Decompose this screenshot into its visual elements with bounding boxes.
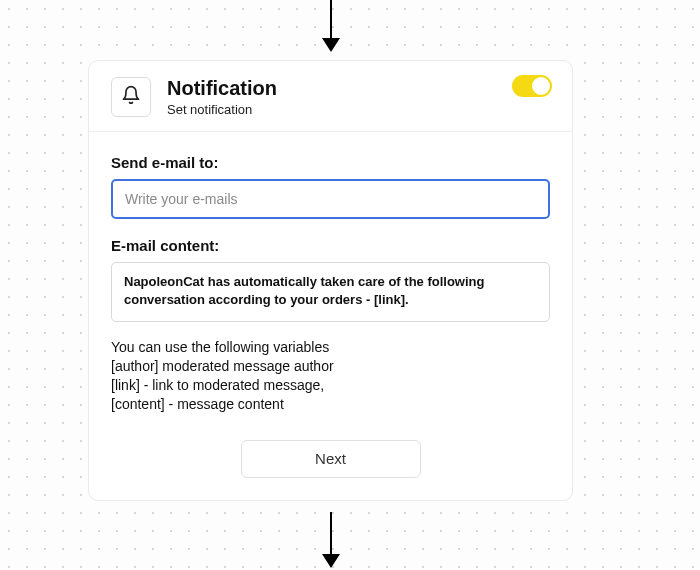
arrow-down-icon bbox=[322, 554, 340, 568]
bell-icon-box bbox=[111, 77, 151, 117]
card-subtitle: Set notification bbox=[167, 102, 277, 117]
hint-line: [author] moderated message author bbox=[111, 357, 550, 376]
hint-line: [link] - link to moderated message, bbox=[111, 376, 550, 395]
email-content-textarea[interactable] bbox=[111, 262, 550, 322]
card-title: Notification bbox=[167, 77, 277, 100]
card-header: Notification Set notification bbox=[89, 61, 572, 132]
variables-hint: You can use the following variables [aut… bbox=[111, 338, 550, 414]
notification-card: Notification Set notification Send e-mai… bbox=[88, 60, 573, 501]
email-label: Send e-mail to: bbox=[111, 154, 550, 171]
next-button[interactable]: Next bbox=[241, 440, 421, 478]
notification-toggle[interactable] bbox=[512, 75, 552, 97]
card-body: Send e-mail to: E-mail content: You can … bbox=[89, 132, 572, 500]
content-label: E-mail content: bbox=[111, 237, 550, 254]
arrow-down-icon bbox=[322, 38, 340, 52]
hint-line: [content] - message content bbox=[111, 395, 550, 414]
toggle-knob bbox=[532, 77, 550, 95]
bell-icon bbox=[121, 85, 141, 109]
hint-line: You can use the following variables bbox=[111, 338, 550, 357]
email-input[interactable] bbox=[111, 179, 550, 219]
